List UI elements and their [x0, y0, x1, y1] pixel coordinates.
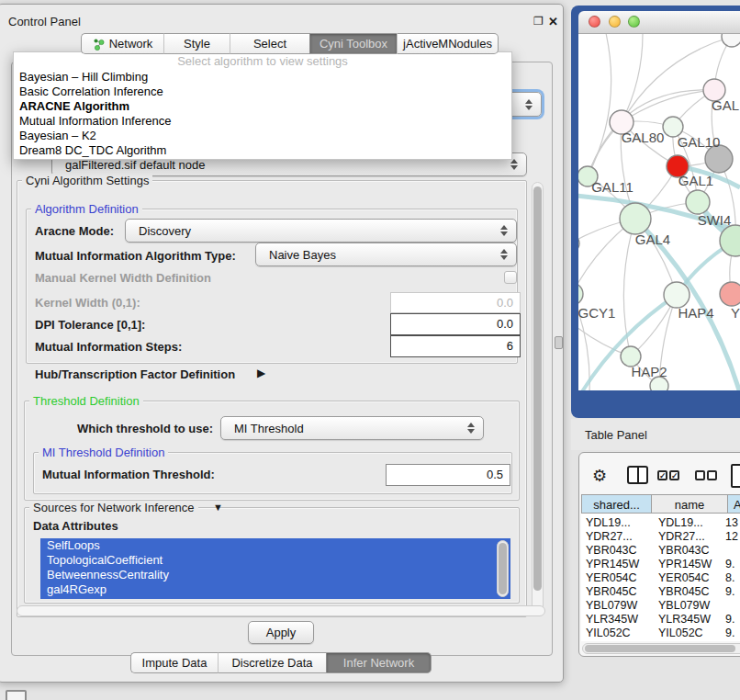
split-pane-handle[interactable]	[555, 336, 563, 349]
tab-label: Cyni Toolbox	[320, 33, 387, 54]
mi-algorithm-type-combobox[interactable]: Naive Bayes	[255, 243, 517, 266]
table-cell: YBR043C	[658, 544, 710, 557]
table-cell: YBR045C	[658, 585, 710, 598]
manual-kernel-width-checkbox[interactable]	[504, 271, 517, 284]
algorithm-option-mutual-information-inference[interactable]: Mutual Information Inference	[19, 114, 171, 128]
tab-select[interactable]: Select	[230, 33, 309, 54]
select-all-icon[interactable]: ✓	[657, 470, 667, 480]
attribute-item-gal4rgexp[interactable]: gal4RGexp	[40, 582, 510, 597]
table-cell: YPR145W	[586, 558, 639, 570]
minimize-traffic-light-icon[interactable]	[609, 16, 621, 28]
table-cell: YIL052C	[658, 627, 703, 639]
mi-algorithm-type-label: Mutual Information Algorithm Type:	[35, 249, 236, 263]
show-columns-icon[interactable]	[627, 466, 648, 484]
kernel-width-input[interactable]: 0.0	[390, 292, 521, 313]
table-row[interactable]: YLR345WYLR345W9.	[581, 613, 740, 627]
network-node[interactable]	[722, 34, 740, 47]
table-h-scrollbar-thumb[interactable]	[585, 645, 735, 652]
close-traffic-light-icon[interactable]	[589, 16, 600, 28]
collapsed-arrow-icon[interactable]: ▶	[257, 367, 265, 379]
deselect-all-icon[interactable]	[695, 470, 705, 480]
expanded-arrow-icon[interactable]: ▼	[213, 502, 223, 513]
table-panel-header: Table Panel	[571, 419, 740, 450]
column-header-shared[interactable]: shared...	[581, 494, 652, 514]
network-node[interactable]	[578, 234, 579, 253]
zoom-traffic-light-icon[interactable]	[628, 16, 640, 28]
table-cell: YDL19...	[586, 516, 631, 529]
algorithm-option-aracne-algorithm[interactable]: ARACNE Algorithm	[19, 99, 129, 113]
attribute-item-selfloops[interactable]: SelfLoops	[40, 538, 510, 553]
desktop: Control Panel ❐ ✕ NetworkStyleSelectCyni…	[0, 0, 740, 700]
algorithm-option-basic-correlation-inference[interactable]: Basic Correlation Inference	[19, 85, 163, 98]
sources-group-title[interactable]: Sources for Network Inference	[29, 501, 198, 514]
table-row[interactable]: YBR043CYBR043C	[581, 544, 740, 558]
panel-corner-button[interactable]	[6, 690, 27, 700]
tab-cyni-toolbox[interactable]: Cyni Toolbox	[309, 33, 397, 54]
network-window-titlebar[interactable]	[578, 11, 740, 34]
settings-scrollbar[interactable]	[532, 182, 544, 614]
settings-group-title: Cyni Algorithm Settings	[22, 174, 152, 187]
network-node-gal1[interactable]	[686, 190, 710, 214]
bottom-tab-impute-data[interactable]: Impute Data	[130, 652, 218, 673]
tab-style[interactable]: Style	[163, 33, 230, 54]
mi-steps-input[interactable]: 6	[390, 335, 521, 357]
mi-threshold-label: Mutual Information Threshold:	[42, 468, 215, 481]
bottom-tab-discretize-data[interactable]: Discretize Data	[218, 652, 326, 673]
network-node-label: GAL4	[635, 231, 670, 247]
attributes-list-scrollbar-thumb[interactable]	[499, 543, 507, 594]
bottom-tab-infer-network[interactable]: Infer Network	[326, 652, 432, 673]
column-header-name[interactable]: name	[652, 494, 728, 514]
table-row[interactable]: YBL079WYBL079W	[581, 599, 740, 613]
table-mode-gear-icon[interactable]: ⚙	[592, 466, 607, 486]
settings-scrollbar-thumb[interactable]	[533, 186, 542, 591]
attributes-list-scrollbar[interactable]	[497, 540, 509, 597]
network-node-gcy1[interactable]	[578, 283, 583, 305]
network-node-gal4[interactable]	[620, 203, 651, 234]
which-threshold-combobox[interactable]: MI Threshold	[220, 416, 484, 440]
table-cell: YER054C	[586, 571, 637, 584]
select-all-icon[interactable]: ✓	[669, 470, 679, 480]
control-panel-title: Control Panel	[8, 15, 81, 28]
algorithm-option-bayesian-hill-climbing[interactable]: Bayesian – Hill Climbing	[19, 70, 148, 84]
aracne-mode-combobox[interactable]: Discovery	[125, 219, 517, 243]
deselect-all-icon[interactable]	[707, 470, 717, 480]
tab-label: Discretize Data	[231, 652, 312, 673]
aracne-mode-label: Aracne Mode:	[35, 224, 114, 238]
data-attributes-label: Data Attributes	[33, 519, 118, 533]
tab-network[interactable]: Network	[81, 33, 163, 54]
table-row[interactable]: YER054CYER054C8.	[581, 571, 740, 585]
table-row[interactable]: YIL052CYIL052C9.	[581, 627, 740, 640]
algorithm-option-dream8-dc-tdc-algorithm[interactable]: Dream8 DC_TDC Algorithm	[19, 143, 166, 157]
data-attributes-list[interactable]: SelfLoopsTopologicalCoefficientBetweenne…	[40, 538, 510, 599]
table-row[interactable]: YBR045CYBR045C9.	[581, 585, 740, 599]
table-cell: YLR345W	[586, 613, 638, 626]
float-window-icon[interactable]: ❐	[533, 16, 544, 28]
combobox-arrows-icon	[497, 249, 511, 260]
table-row[interactable]: YPR145WYPR145W9.	[581, 558, 740, 571]
dpi-tolerance-input[interactable]: 0.0	[390, 313, 521, 335]
network-node-hap4[interactable]	[664, 282, 690, 308]
attribute-item-betweennesscentrality[interactable]: BetweennessCentrality	[40, 568, 510, 582]
table-row[interactable]: YDL19...YDL19...13	[581, 516, 740, 530]
table-row[interactable]: YDR27...YDR27...12	[581, 530, 740, 544]
network-node-label: Y	[731, 305, 740, 321]
table-cell: 9.	[725, 627, 734, 639]
tab-label: Impute Data	[142, 652, 207, 673]
table-h-scrollbar[interactable]	[582, 643, 740, 654]
hub-section-label[interactable]: Hub/Transcription Factor Definition	[35, 367, 235, 381]
new-object-icon[interactable]	[731, 464, 740, 488]
network-canvas[interactable]: GALGAL80GAL10GAL1GAL11GAL4SWI4GCY1HAP4YH…	[578, 34, 740, 390]
algorithm-option-bayesian-k2[interactable]: Bayesian – K2	[19, 129, 96, 142]
attribute-item-topologicalcoefficient[interactable]: TopologicalCoefficient	[40, 553, 510, 568]
network-edge	[622, 34, 643, 122]
node-table: shared...nameAYDL19...YDL19...13YDR27...…	[581, 494, 740, 641]
tab-jactivemnodules[interactable]: jActiveMNodules	[397, 33, 499, 54]
mi-threshold-input[interactable]: 0.5	[386, 464, 510, 486]
network-node-y[interactable]	[720, 282, 740, 306]
close-window-icon[interactable]: ✕	[548, 16, 558, 28]
apply-button[interactable]: Apply	[248, 621, 314, 644]
table-cell: 12	[725, 530, 738, 543]
settings-h-scrollbar[interactable]	[17, 605, 545, 616]
column-header-a[interactable]: A	[728, 494, 740, 514]
tab-label: Style	[184, 33, 210, 54]
